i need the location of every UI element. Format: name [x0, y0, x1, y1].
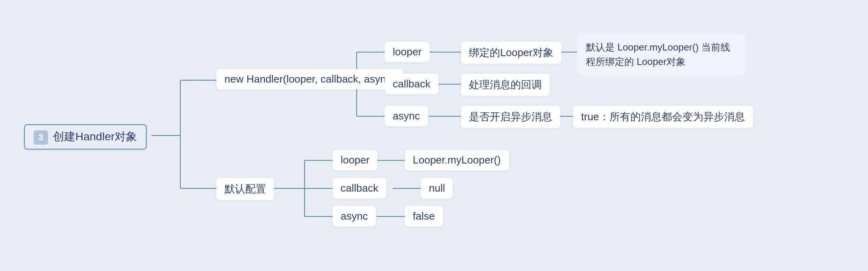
looper-detail-box: 默认是 Looper.myLooper() 当前线程所绑定的 Looper对象	[577, 34, 745, 75]
b-looper-val-box: Looper.myLooper()	[405, 150, 509, 170]
looper-box: looper	[385, 42, 430, 62]
b-async-node: async	[333, 206, 376, 227]
async-desc-label: 是否开启异步消息	[469, 111, 552, 123]
b-callback-box: callback	[333, 178, 386, 198]
async-detail-node: true：所有的消息都会变为异步消息	[573, 106, 753, 128]
branch-bottom-node: 默认配置	[216, 178, 274, 200]
b-looper-box: looper	[333, 150, 377, 170]
async-detail-label: true：所有的消息都会变为异步消息	[581, 111, 745, 123]
callback-desc-node: 处理消息的回调	[461, 74, 550, 96]
looper-label: looper	[393, 46, 422, 58]
async-box: async	[385, 106, 428, 126]
branch-bottom-box: 默认配置	[216, 178, 274, 200]
async-desc-node: 是否开启异步消息	[461, 106, 560, 128]
branch-top-box: new Handler(looper, callback, async)	[216, 69, 403, 89]
root-label: 创建Handler对象	[53, 130, 137, 143]
looper-desc-node: 绑定的Looper对象	[461, 42, 561, 64]
async-label: async	[393, 110, 420, 122]
root-box: 3创建Handler对象	[24, 124, 147, 150]
b-looper-node: looper	[333, 150, 377, 170]
b-callback-val-box: null	[421, 178, 453, 198]
root-node: 3创建Handler对象	[24, 124, 147, 150]
b-looper-val-label: Looper.myLooper()	[413, 154, 501, 166]
b-async-label: async	[341, 210, 368, 222]
looper-node: looper	[385, 42, 430, 62]
branch-top-node: new Handler(looper, callback, async)	[216, 69, 403, 89]
callback-desc-box: 处理消息的回调	[461, 74, 550, 96]
b-async-val-label: false	[413, 210, 435, 222]
root-badge: 3	[34, 130, 48, 145]
looper-detail-label: 默认是 Looper.myLooper() 当前线程所绑定的 Looper对象	[586, 42, 730, 67]
async-node: async	[385, 106, 428, 126]
async-detail-box: true：所有的消息都会变为异步消息	[573, 106, 753, 128]
b-callback-val-node: null	[421, 178, 453, 198]
branch-bottom-label: 默认配置	[224, 183, 266, 195]
b-async-box: async	[333, 206, 376, 227]
callback-desc-label: 处理消息的回调	[469, 79, 542, 91]
callback-node: callback	[385, 74, 438, 94]
async-desc-box: 是否开启异步消息	[461, 106, 560, 128]
b-callback-node: callback	[333, 178, 386, 198]
callback-label: callback	[393, 78, 430, 90]
b-async-val-node: false	[405, 206, 443, 227]
looper-desc-label: 绑定的Looper对象	[469, 47, 553, 59]
looper-desc-box: 绑定的Looper对象	[461, 42, 561, 64]
callback-box: callback	[385, 74, 438, 94]
b-async-val-box: false	[405, 206, 443, 227]
branch-top-label: new Handler(looper, callback, async)	[224, 73, 395, 85]
b-callback-label: callback	[341, 182, 378, 194]
b-looper-label: looper	[341, 154, 369, 166]
b-callback-val-label: null	[429, 182, 445, 194]
b-looper-val-node: Looper.myLooper()	[405, 150, 509, 170]
